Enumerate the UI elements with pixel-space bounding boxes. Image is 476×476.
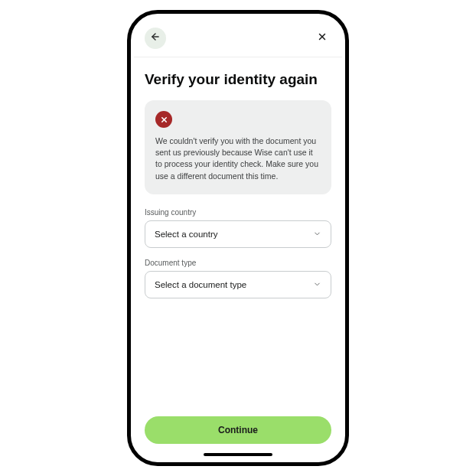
phone-frame: Verify your identity again We couldn't v…: [127, 10, 349, 466]
footer: Continue: [134, 416, 342, 450]
arrow-left-icon: [150, 31, 161, 45]
screen: Verify your identity again We couldn't v…: [134, 17, 342, 459]
error-alert: We couldn't verify you with the document…: [145, 100, 331, 194]
continue-button[interactable]: Continue: [145, 416, 331, 444]
error-icon: [155, 111, 172, 128]
chevron-down-icon: [313, 278, 321, 292]
back-button[interactable]: [145, 28, 166, 49]
error-message: We couldn't verify you with the document…: [155, 135, 321, 182]
page-title: Verify your identity again: [145, 71, 331, 88]
header-bar: [134, 17, 342, 57]
close-button[interactable]: [313, 29, 331, 47]
chevron-down-icon: [313, 227, 321, 241]
issuing-country-label: Issuing country: [145, 208, 331, 217]
issuing-country-select[interactable]: Select a country: [145, 220, 331, 248]
issuing-country-value: Select a country: [155, 230, 217, 239]
document-type-select[interactable]: Select a document type: [145, 271, 331, 298]
home-indicator: [204, 453, 272, 456]
document-type-label: Document type: [145, 259, 331, 267]
content-area: Verify your identity again We couldn't v…: [134, 57, 342, 416]
document-type-value: Select a document type: [155, 280, 246, 289]
spacer: [145, 309, 331, 416]
close-icon: [317, 31, 328, 45]
issuing-country-field: Issuing country Select a country: [145, 208, 331, 248]
document-type-field: Document type Select a document type: [145, 259, 331, 298]
